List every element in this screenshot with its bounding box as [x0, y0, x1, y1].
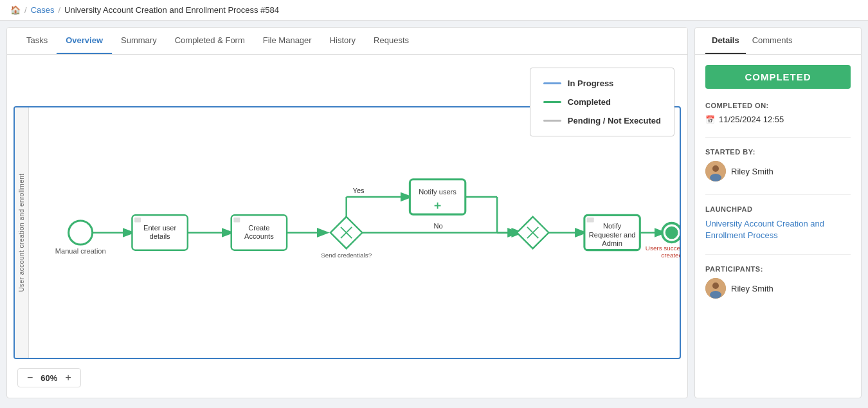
breadcrumb-sep1: / [24, 5, 27, 15]
svg-text:created: created [661, 252, 680, 259]
left-panel: Tasks Overview Summary Completed & Form … [6, 27, 688, 398]
svg-text:Yes: Yes [353, 187, 365, 194]
started-by-label: STARTED BY: [705, 148, 851, 156]
participants-label: PARTICIPANTS: [705, 265, 851, 273]
tab-completed-form[interactable]: Completed & Form [166, 28, 254, 54]
tab-summary[interactable]: Summary [112, 28, 166, 54]
tab-comments[interactable]: Comments [746, 28, 799, 54]
svg-text:Enter user: Enter user [143, 224, 176, 232]
zoom-out-button[interactable]: − [26, 373, 34, 383]
launchpad-section: LAUNCHPAD University Account Creation an… [705, 205, 851, 241]
svg-text:Users successfully: Users successfully [646, 245, 680, 252]
bpmn-container: User account creation and enrollment [14, 106, 681, 359]
divider-3 [705, 254, 851, 255]
zoom-bar: − 60% + [17, 368, 81, 387]
legend: In Progress Completed Pending / Not Exec… [530, 68, 674, 136]
started-by-section: STARTED BY: Riley Smith [705, 148, 851, 181]
completed-on-label: COMPLETED ON: [705, 102, 851, 109]
svg-text:Accounts: Accounts [244, 232, 274, 240]
breadcrumb-cases[interactable]: Cases [31, 5, 55, 15]
legend-label-pending: Pending / Not Executed [568, 116, 661, 125]
breadcrumb-sep2: / [58, 5, 60, 15]
svg-point-45 [710, 174, 721, 181]
completed-on-value: 📅 11/25/2024 12:55 [705, 115, 851, 124]
completed-on-section: COMPLETED ON: 📅 11/25/2024 12:55 [705, 102, 851, 124]
svg-text:Send credentials?: Send credentials? [321, 252, 372, 259]
svg-text:No: No [433, 222, 442, 230]
legend-label-completed: Completed [568, 97, 611, 107]
legend-item-pending: Pending / Not Executed [543, 116, 661, 125]
calendar-icon: 📅 [705, 115, 715, 124]
started-by-name: Riley Smith [731, 167, 773, 176]
svg-point-48 [710, 291, 721, 299]
svg-point-13 [69, 221, 93, 245]
svg-point-40 [665, 227, 678, 239]
launchpad-link[interactable]: University Account Creation and Enrollme… [705, 219, 824, 240]
started-by-person: Riley Smith [705, 161, 851, 181]
svg-rect-18 [134, 218, 141, 222]
diagram-area: In Progress Completed Pending / Not Exec… [7, 55, 687, 398]
zoom-in-button[interactable]: + [64, 373, 72, 383]
svg-text:Notify users: Notify users [419, 188, 457, 196]
legend-line-completed [543, 101, 561, 103]
svg-text:Notify: Notify [603, 222, 622, 230]
svg-text:Admin: Admin [602, 239, 622, 247]
avatar-participant [705, 278, 726, 299]
tab-tasks[interactable]: Tasks [17, 28, 57, 54]
participant-row: Riley Smith [705, 278, 851, 299]
svg-point-44 [712, 165, 719, 172]
launchpad-label: LAUNCHPAD [705, 205, 851, 213]
right-tab-bar: Details Comments [695, 28, 861, 55]
tab-overview[interactable]: Overview [57, 28, 112, 54]
svg-text:Requester and: Requester and [589, 231, 636, 239]
svg-rect-38 [587, 218, 594, 222]
right-panel: Details Comments COMPLETED COMPLETED ON:… [694, 27, 862, 398]
legend-line-pending [543, 120, 561, 122]
lane-label: User account creation and enrollment [15, 107, 29, 358]
legend-label-inprogress: In Progress [568, 79, 614, 88]
top-bar: 🏠 / Cases / University Account Creation … [0, 0, 868, 21]
tab-bar: Tasks Overview Summary Completed & Form … [7, 28, 687, 55]
tab-file-manager[interactable]: File Manager [254, 28, 321, 54]
breadcrumb-current: University Account Creation and Enrollme… [64, 5, 279, 15]
tab-requests[interactable]: Requests [365, 28, 418, 54]
divider-1 [705, 137, 851, 138]
avatar-started-by [705, 161, 726, 181]
svg-text:details: details [150, 232, 171, 240]
svg-text:Create: Create [248, 224, 269, 232]
status-badge: COMPLETED [705, 65, 851, 89]
home-icon[interactable]: 🏠 [10, 5, 21, 15]
legend-item-inprogress: In Progress [543, 79, 661, 88]
divider-2 [705, 194, 851, 195]
legend-line-inprogress [543, 82, 561, 84]
legend-item-completed: Completed [543, 97, 661, 107]
tab-details[interactable]: Details [705, 28, 746, 54]
participants-section: PARTICIPANTS: Riley Smith [705, 265, 851, 299]
svg-rect-27 [410, 180, 465, 214]
svg-text:Manual creation: Manual creation [55, 247, 106, 255]
zoom-level: 60% [41, 373, 57, 383]
svg-point-47 [712, 283, 719, 289]
svg-rect-22 [233, 218, 240, 222]
tab-history[interactable]: History [321, 28, 365, 54]
participant-name: Riley Smith [731, 284, 773, 293]
